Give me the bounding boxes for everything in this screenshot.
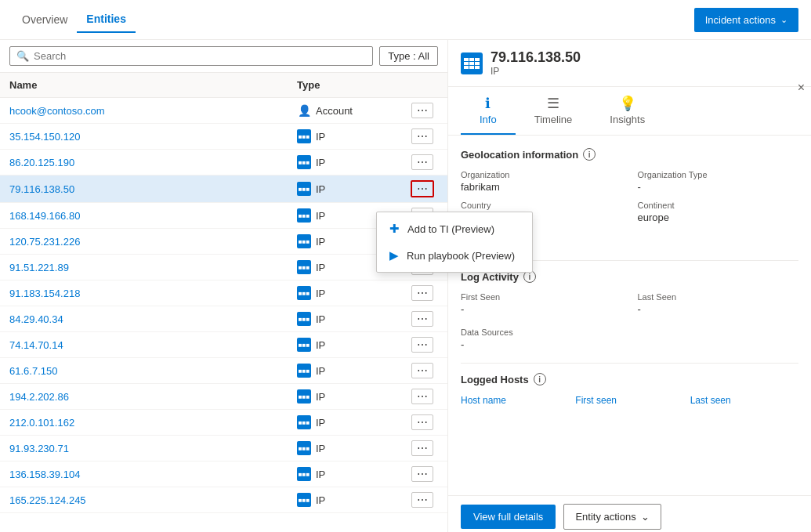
row-actions-button[interactable]: ⋯ (411, 337, 433, 353)
run-playbook-menu-item[interactable]: ▶ Run playbook (Preview) (377, 242, 532, 269)
organization-type-field: Organization Type - (638, 170, 799, 193)
entity-type: ■■■ IP (297, 129, 407, 143)
svg-rect-5 (475, 62, 480, 65)
ip-icon: ■■■ (297, 260, 311, 274)
table-row[interactable]: 91.183.154.218 ■■■ IP ⋯ (0, 280, 447, 306)
divider (461, 363, 798, 364)
table-row[interactable]: 194.2.202.86 ■■■ IP ⋯ (0, 384, 447, 410)
row-actions-button[interactable]: ⋯ (411, 440, 433, 456)
continent-label: Continent (638, 201, 799, 210)
first-seen-value: - (461, 303, 622, 315)
view-full-details-button[interactable]: View full details (461, 505, 556, 529)
organization-value: fabrikam (461, 181, 622, 193)
detail-content: Geolocation information i Organization f… (448, 136, 811, 495)
row-actions-button[interactable]: ⋯ (411, 285, 433, 301)
col-name-header: Name (9, 79, 297, 91)
row-actions-button[interactable]: ⋯ (411, 154, 433, 170)
organization-label: Organization (461, 170, 622, 179)
country-label: Country (461, 201, 622, 210)
incident-actions-button[interactable]: Incident actions ⌄ (694, 8, 798, 32)
table-row[interactable]: 136.158.39.104 ■■■ IP ⋯ (0, 461, 447, 487)
log-activity-fields: First Seen - Last Seen - (461, 292, 798, 315)
tab-insights[interactable]: 💡 Insights (591, 87, 664, 135)
table-row[interactable]: 86.20.125.190 ■■■ IP ⋯ (0, 150, 447, 176)
entity-type: ■■■ IP (297, 155, 407, 169)
continent-field: Continent europe (638, 201, 799, 223)
row-actions-button[interactable]: ⋯ (411, 466, 433, 482)
timeline-tab-icon: ☰ (547, 95, 559, 112)
ip-icon: ■■■ (297, 415, 311, 429)
entity-name: 120.75.231.226 (9, 236, 297, 248)
ip-icon: ■■■ (297, 493, 311, 507)
entity-type: ■■■ IP (297, 441, 407, 455)
row-actions-button[interactable]: ⋯ (411, 389, 433, 404)
row-actions-button[interactable]: ⋯ (411, 363, 433, 378)
table-row[interactable]: 61.6.7.150 ■■■ IP ⋯ (0, 358, 447, 384)
ip-icon: ■■■ (297, 208, 311, 223)
add-to-ti-menu-item[interactable]: ✚ Add to TI (Preview) (377, 215, 532, 242)
type-filter-button[interactable]: Type : All (379, 46, 438, 66)
account-icon: 👤 (297, 103, 311, 118)
entity-actions-button[interactable]: Entity actions ⌄ (563, 504, 661, 530)
svg-rect-7 (469, 66, 474, 69)
row-actions-button[interactable]: ⋯ (411, 128, 433, 144)
continent-value: europe (638, 212, 799, 223)
table-row[interactable]: 91.93.230.71 ■■■ IP ⋯ (0, 436, 447, 461)
entity-name: 61.6.7.150 (9, 365, 297, 377)
context-menu: ✚ Add to TI (Preview) ▶ Run playbook (Pr… (376, 212, 533, 273)
table-row[interactable]: 165.225.124.245 ■■■ IP ⋯ (0, 487, 447, 513)
table-row[interactable]: 35.154.150.120 ■■■ IP ⋯ (0, 124, 447, 150)
table-row[interactable]: 212.0.101.162 ■■■ IP ⋯ (0, 410, 447, 436)
row-actions-button[interactable]: ⋯ (411, 311, 433, 327)
entity-name: 86.20.125.190 (9, 157, 297, 168)
entity-table: Name Type hcook@contoso.com 👤 Account ⋯ … (0, 73, 447, 532)
last-seen-value: - (638, 303, 799, 315)
data-sources-field: Data Sources - (461, 328, 798, 350)
info-tab-label: Info (480, 114, 497, 125)
info-tab-icon: ℹ (485, 95, 491, 112)
entity-name: 168.149.166.80 (9, 210, 297, 222)
table-row[interactable]: 84.29.40.34 ■■■ IP ⋯ (0, 306, 447, 332)
row-actions-button[interactable]: ⋯ (411, 103, 433, 118)
cell-actions: ⋯ (407, 180, 438, 197)
data-sources-label: Data Sources (461, 328, 798, 337)
tab-timeline[interactable]: ☰ Timeline (516, 87, 592, 135)
entity-name: 212.0.101.162 (9, 417, 297, 429)
entity-type: ■■■ IP (297, 389, 407, 404)
cell-actions: ⋯ (407, 128, 438, 144)
close-button[interactable]: × (798, 81, 805, 95)
top-header: Overview Entities Incident actions ⌄ (0, 0, 811, 40)
logged-hosts-header: Host name First seen Last seen (461, 395, 798, 406)
add-ti-label: Add to TI (Preview) (407, 223, 494, 235)
entity-name: 74.14.70.14 (9, 339, 297, 351)
row-actions-button[interactable]: ⋯ (411, 180, 434, 197)
svg-rect-2 (475, 58, 480, 61)
entity-name: hcook@contoso.com (9, 105, 297, 117)
tab-entities[interactable]: Entities (77, 6, 136, 33)
cell-actions: ⋯ (407, 154, 438, 170)
cell-actions: ⋯ (407, 103, 438, 118)
row-actions-button[interactable]: ⋯ (411, 492, 433, 508)
ip-icon: ■■■ (297, 286, 311, 300)
tabs-row: ℹ Info ☰ Timeline 💡 Insights (448, 87, 811, 136)
main-layout: 🔍 Type : All Name Type hcook@contoso.com… (0, 40, 811, 532)
entity-name: 91.183.154.218 (9, 288, 297, 299)
entity-name: 79.116.138.50 (9, 183, 297, 195)
row-actions-button[interactable]: ⋯ (411, 414, 433, 430)
run-playbook-label: Run playbook (Preview) (407, 250, 515, 262)
entity-name: 136.158.39.104 (9, 469, 297, 480)
first-seen-field: First Seen - (461, 292, 622, 315)
search-icon: 🔍 (16, 50, 29, 62)
table-row[interactable]: 74.14.70.14 ■■■ IP ⋯ (0, 332, 447, 358)
entity-type: ■■■ IP (297, 467, 407, 481)
tab-info[interactable]: ℹ Info (461, 87, 516, 135)
table-row[interactable]: hcook@contoso.com 👤 Account ⋯ (0, 98, 447, 124)
search-input-wrap[interactable]: 🔍 (9, 46, 373, 66)
table-row[interactable]: 79.116.138.50 ■■■ IP ⋯ (0, 176, 447, 203)
tab-overview[interactable]: Overview (13, 7, 77, 32)
search-input[interactable] (34, 50, 366, 62)
entity-subtitle: IP (491, 66, 581, 77)
entity-name: 84.29.40.34 (9, 313, 297, 325)
last-seen-label: Last Seen (638, 292, 799, 302)
entity-type: ■■■ IP (297, 364, 407, 378)
